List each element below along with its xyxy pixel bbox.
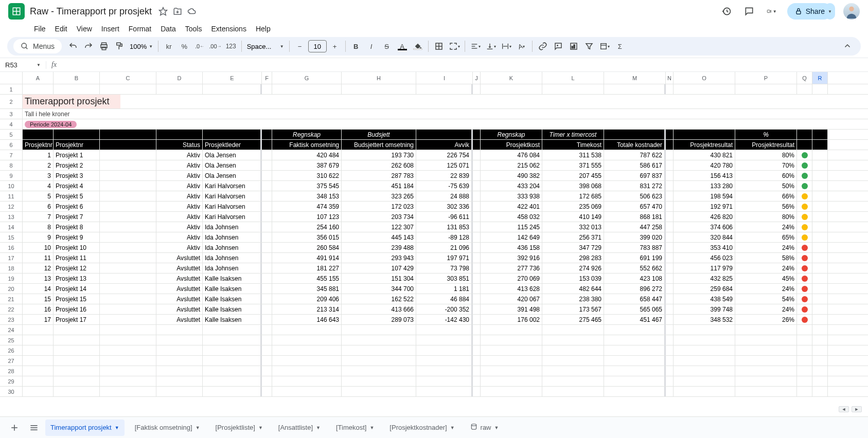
row-header[interactable]: 22 — [0, 304, 23, 314]
cell[interactable] — [812, 171, 828, 180]
cell[interactable]: Prosjekt 8 — [54, 222, 100, 232]
cell[interactable] — [100, 243, 156, 252]
cell[interactable] — [416, 345, 473, 355]
collapse-toolbar-button[interactable] — [840, 39, 855, 53]
cell[interactable] — [812, 150, 828, 160]
cell[interactable] — [262, 294, 272, 304]
cell[interactable] — [797, 304, 812, 314]
cell[interactable] — [666, 304, 674, 314]
cell[interactable] — [272, 356, 342, 366]
cell[interactable] — [100, 315, 156, 324]
col-header[interactable]: N — [666, 72, 674, 84]
move-icon[interactable] — [172, 6, 183, 16]
cell[interactable] — [473, 253, 481, 263]
cell[interactable] — [604, 387, 666, 396]
cell[interactable]: -96 611 — [416, 212, 473, 222]
cell[interactable] — [542, 335, 604, 345]
cell[interactable] — [100, 387, 156, 396]
cell[interactable] — [262, 273, 272, 283]
cell[interactable] — [735, 335, 797, 345]
cell[interactable] — [797, 222, 812, 232]
cell[interactable] — [666, 263, 674, 273]
cell[interactable]: 80% — [735, 150, 797, 160]
cell[interactable] — [666, 171, 674, 180]
cell[interactable] — [262, 304, 272, 314]
cell[interactable]: 333 938 — [481, 191, 542, 201]
cell[interactable]: Aktiv — [156, 171, 203, 180]
cell[interactable] — [203, 366, 262, 376]
cell[interactable] — [262, 150, 272, 160]
cell[interactable]: 420 067 — [481, 294, 542, 304]
cell[interactable] — [23, 387, 54, 396]
cell[interactable]: 565 065 — [604, 304, 666, 314]
col-header[interactable]: C — [100, 72, 156, 84]
menu-file[interactable]: File — [30, 23, 50, 35]
cell[interactable] — [666, 325, 674, 335]
cell[interactable]: 344 700 — [342, 284, 416, 294]
cell[interactable]: Prosjektnr — [23, 140, 54, 150]
menu-help[interactable]: Help — [252, 23, 275, 35]
cell[interactable]: Kalle Isaksen — [203, 315, 262, 324]
col-header[interactable]: Q — [797, 72, 812, 84]
cell[interactable] — [812, 263, 828, 273]
cell[interactable]: 270 069 — [481, 273, 542, 283]
cell[interactable] — [262, 243, 272, 252]
cell[interactable]: 323 265 — [342, 191, 416, 201]
cell[interactable] — [262, 253, 272, 263]
more-formats-button[interactable]: 123 — [224, 39, 238, 53]
cell[interactable] — [342, 345, 416, 355]
cell[interactable] — [674, 345, 735, 355]
cell[interactable] — [674, 335, 735, 345]
cell[interactable] — [473, 191, 481, 201]
add-sheet-button[interactable] — [6, 419, 23, 436]
cell[interactable] — [812, 84, 828, 94]
cell[interactable] — [735, 345, 797, 355]
cell[interactable]: -200 352 — [416, 304, 473, 314]
row-header[interactable]: 7 — [0, 150, 23, 160]
cell[interactable]: 122 307 — [342, 222, 416, 232]
cell[interactable] — [100, 181, 156, 191]
font-select[interactable]: Space...▼ — [245, 43, 286, 50]
cell[interactable]: 691 199 — [604, 253, 666, 263]
cell[interactable]: 287 783 — [342, 171, 416, 180]
col-header[interactable]: R — [812, 72, 828, 84]
cell[interactable]: 197 971 — [416, 253, 473, 263]
row-header[interactable]: 23 — [0, 315, 23, 324]
row-header[interactable]: 1 — [0, 84, 23, 94]
cell[interactable]: 456 023 — [674, 253, 735, 263]
cell[interactable]: 13 — [23, 273, 54, 283]
cell[interactable]: 348 153 — [272, 191, 342, 201]
cell[interactable] — [473, 315, 481, 324]
cell[interactable] — [100, 325, 156, 335]
cell[interactable] — [797, 345, 812, 355]
cell[interactable]: 256 371 — [542, 232, 604, 242]
merge-button[interactable]: ▾ — [447, 39, 462, 53]
cell[interactable]: Aktiv — [156, 150, 203, 160]
cell[interactable] — [473, 130, 481, 139]
cell[interactable] — [797, 294, 812, 304]
cell[interactable]: 54% — [735, 294, 797, 304]
cell[interactable]: 7 — [23, 212, 54, 222]
cell[interactable]: 783 887 — [604, 243, 666, 252]
row-header[interactable]: 26 — [0, 345, 23, 355]
cell[interactable]: 275 465 — [542, 315, 604, 324]
filter-button[interactable] — [582, 39, 596, 53]
cell[interactable] — [812, 376, 828, 386]
cell[interactable]: Prosjektleder — [203, 140, 262, 150]
cell[interactable] — [100, 150, 156, 160]
cell[interactable]: 24% — [735, 222, 797, 232]
cell[interactable] — [666, 84, 674, 94]
decrease-decimal-button[interactable]: .0← — [192, 39, 207, 53]
cell[interactable] — [262, 284, 272, 294]
cell[interactable] — [666, 232, 674, 242]
cell[interactable] — [416, 130, 473, 139]
cell[interactable] — [54, 345, 100, 355]
scroll-left-button[interactable]: ◄ — [839, 406, 849, 412]
cell[interactable]: 422 401 — [481, 202, 542, 211]
cell[interactable] — [23, 356, 54, 366]
cell[interactable]: 260 584 — [272, 243, 342, 252]
cell[interactable] — [342, 325, 416, 335]
cell[interactable]: 60% — [735, 171, 797, 180]
row-header[interactable]: 25 — [0, 335, 23, 345]
increase-decimal-button[interactable]: .00→ — [208, 39, 222, 53]
